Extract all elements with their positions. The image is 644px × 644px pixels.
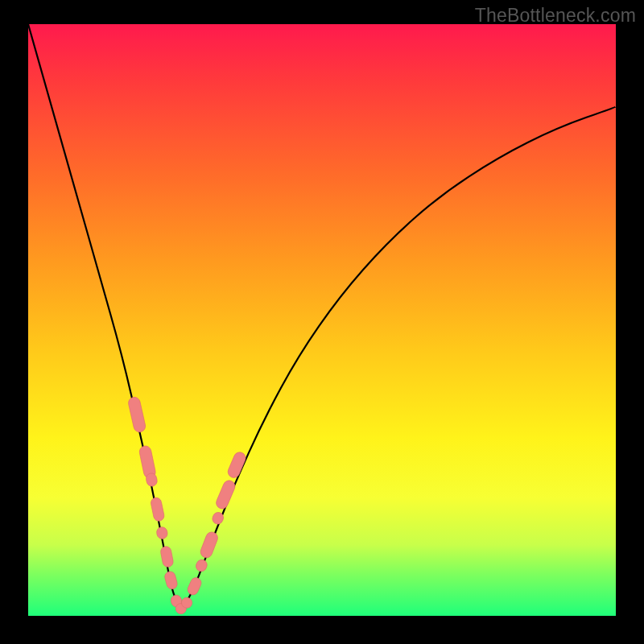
data-marker (150, 497, 165, 522)
chart-svg (28, 24, 616, 616)
plot-area (28, 24, 616, 616)
data-marker (159, 546, 174, 568)
bottleneck-curve (28, 24, 616, 605)
data-marker (199, 530, 220, 559)
chart-frame: TheBottleneck.com (0, 0, 644, 644)
data-marker (163, 570, 178, 590)
data-marker (194, 558, 208, 573)
data-marker (156, 526, 169, 540)
chart-markers (127, 396, 247, 614)
data-marker (214, 479, 237, 511)
data-marker (181, 597, 192, 608)
watermark-text: TheBottleneck.com (475, 5, 636, 27)
data-marker (186, 576, 203, 597)
data-marker (127, 396, 147, 433)
